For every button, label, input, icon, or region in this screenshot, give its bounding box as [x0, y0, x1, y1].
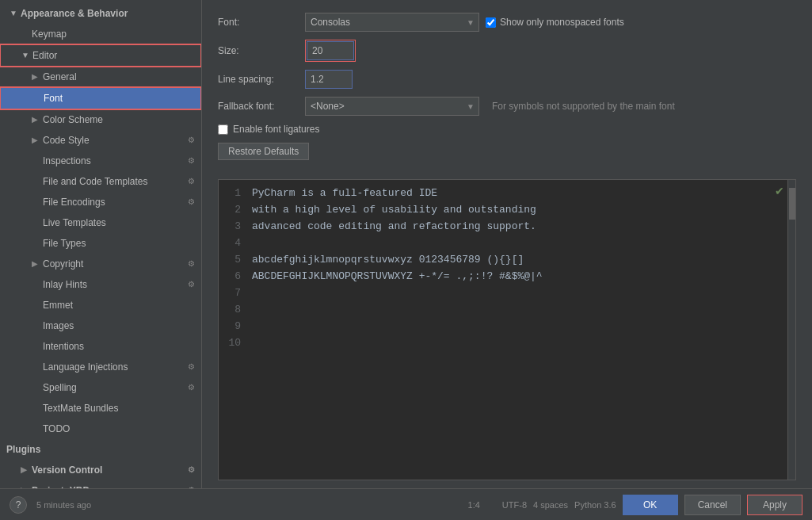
scrollbar-thumb[interactable]	[789, 188, 795, 220]
sidebar-item-images[interactable]: Images	[0, 315, 201, 336]
status-python: Python 3.6	[574, 500, 616, 510]
footer-left: ? 5 minutes ago	[10, 496, 462, 514]
dialog-footer: ? 5 minutes ago 1:4 UTF-8 4 spaces Pytho…	[0, 488, 812, 520]
sidebar-item-spelling[interactable]: Spelling ⚙	[0, 377, 201, 398]
sidebar-item-keymap[interactable]: Keymap	[0, 24, 201, 44]
sidebar-item-label: Copyright	[43, 256, 185, 272]
fallback-hint: For symbols not supported by the main fo…	[492, 101, 675, 112]
font-dropdown-wrapper[interactable]: Consolas ▼	[305, 13, 479, 32]
sidebar-item-file-code-templates[interactable]: File and Code Templates ⚙	[0, 171, 201, 192]
ok-button[interactable]: OK	[623, 495, 678, 515]
font-select[interactable]: Consolas	[305, 13, 479, 32]
help-button[interactable]: ?	[10, 496, 27, 514]
arrow-icon: ▶	[32, 256, 43, 272]
arrow-icon: ▼	[21, 48, 32, 63]
status-indent: 4 spaces	[533, 500, 568, 510]
settings-icon: ⚙	[188, 174, 195, 189]
restore-defaults-button[interactable]: Restore Defaults	[218, 143, 309, 160]
sidebar-item-label: Spelling	[43, 380, 185, 396]
sidebar-item-inspections[interactable]: Inspections ⚙	[0, 151, 201, 171]
sidebar-item-live-templates[interactable]: Live Templates	[0, 212, 201, 233]
sidebar-item-label: Images	[43, 318, 195, 334]
line-spacing-label: Line spacing:	[218, 74, 305, 85]
sidebar-item-general[interactable]: ▶ General	[0, 67, 201, 87]
ligatures-row: Enable font ligatures	[218, 124, 796, 135]
size-row: Size:	[218, 40, 796, 62]
preview-area: 1 2 3 4 5 6 7 8 9 10 PyCharm is a full-f…	[218, 179, 796, 480]
fallback-font-row: Fallback font: <None> ▼ For symbols not …	[218, 97, 796, 116]
fallback-font-select[interactable]: <None>	[305, 97, 479, 116]
line-spacing-row: Line spacing:	[218, 70, 796, 89]
fallback-dropdown-wrapper[interactable]: <None> ▼	[305, 97, 479, 116]
sidebar-item-color-scheme[interactable]: ▶ Color Scheme	[0, 109, 201, 130]
settings-icon: ⚙	[188, 153, 195, 169]
sidebar-item-label: File Encodings	[43, 194, 185, 210]
apply-button[interactable]: Apply	[747, 495, 802, 515]
main-content: Font: Consolas ▼ Show only monospaced fo…	[202, 0, 812, 488]
arrow-icon: ▶	[32, 132, 43, 148]
show-monospaced-label[interactable]: Show only monospaced fonts	[486, 17, 624, 28]
sidebar-item-language-injections[interactable]: Language Injections ⚙	[0, 357, 201, 377]
sidebar-item-todo[interactable]: TODO	[0, 419, 201, 439]
arrow-icon: ▼	[10, 6, 21, 21]
sidebar-item-editor[interactable]: ▼ Editor	[0, 44, 201, 67]
settings-dialog: ▼ Appearance & Behavior Keymap ▼ Editor …	[0, 0, 812, 520]
line-spacing-input[interactable]	[305, 70, 353, 89]
size-input[interactable]	[307, 41, 354, 60]
font-label: Font:	[218, 17, 305, 28]
fallback-font-label: Fallback font:	[218, 101, 305, 112]
dialog-body: ▼ Appearance & Behavior Keymap ▼ Editor …	[0, 0, 812, 488]
sidebar-item-label: Appearance & Behavior	[21, 6, 195, 21]
size-input-highlight	[305, 40, 356, 62]
sidebar-item-code-style[interactable]: ▶ Code Style ⚙	[0, 130, 201, 151]
sidebar-item-label: File Types	[43, 235, 195, 251]
ligatures-checkbox[interactable]	[218, 124, 228, 135]
sidebar-item-label: Project: YBD	[32, 483, 185, 488]
sidebar-item-intentions[interactable]: Intentions	[0, 336, 201, 357]
sidebar-item-copyright[interactable]: ▶ Copyright ⚙	[0, 254, 201, 274]
arrow-icon: ▶	[32, 112, 43, 128]
restore-defaults-container: Restore Defaults	[218, 143, 796, 171]
settings-icon: ⚙	[188, 132, 195, 148]
show-monospaced-checkbox[interactable]	[486, 17, 496, 28]
sidebar-item-label: Plugins	[6, 442, 195, 457]
arrow-icon: ▶	[21, 483, 32, 488]
size-label: Size:	[218, 45, 305, 56]
sidebar-item-label: TODO	[43, 421, 195, 437]
sidebar-item-file-types[interactable]: File Types	[0, 233, 201, 254]
sidebar-item-font[interactable]: Font	[0, 87, 201, 109]
sidebar-item-label: Font	[44, 90, 194, 106]
preview-scrollbar[interactable]	[787, 180, 795, 480]
settings-icon: ⚙	[188, 359, 195, 375]
sidebar-item-appearance[interactable]: ▼ Appearance & Behavior	[0, 3, 201, 24]
settings-icon: ⚙	[188, 462, 195, 478]
sidebar-item-label: Intentions	[43, 338, 195, 354]
sidebar-item-label: Code Style	[43, 132, 185, 148]
sidebar-item-plugins[interactable]: Plugins	[0, 439, 201, 460]
sidebar-item-label: Editor	[32, 48, 194, 63]
settings-icon: ⚙	[188, 277, 195, 292]
sidebar-item-version-control[interactable]: ▶ Version Control ⚙	[0, 460, 201, 480]
status-time: 5 minutes ago	[36, 500, 91, 510]
preview-line-numbers: 1 2 3 4 5 6 7 8 9 10	[219, 180, 246, 480]
sidebar-item-inlay-hints[interactable]: Inlay Hints ⚙	[0, 274, 201, 295]
settings-icon: ⚙	[188, 256, 195, 272]
sidebar: ▼ Appearance & Behavior Keymap ▼ Editor …	[0, 0, 202, 488]
sidebar-item-project-ybd[interactable]: ▶ Project: YBD ⚙	[0, 480, 201, 488]
sidebar-item-label: Language Injections	[43, 359, 185, 375]
sidebar-item-textmate-bundles[interactable]: TextMate Bundles	[0, 398, 201, 419]
sidebar-item-label: Color Scheme	[43, 112, 195, 128]
settings-icon: ⚙	[188, 380, 195, 396]
sidebar-item-file-encodings[interactable]: File Encodings ⚙	[0, 192, 201, 212]
status-position: 1:4	[468, 500, 480, 510]
arrow-icon: ▶	[32, 69, 43, 85]
sidebar-item-label: TextMate Bundles	[43, 400, 195, 416]
sidebar-item-label: Live Templates	[43, 215, 195, 231]
sidebar-item-emmet[interactable]: Emmet	[0, 295, 201, 315]
cancel-button[interactable]: Cancel	[684, 495, 741, 515]
footer-buttons: 1:4 UTF-8 4 spaces Python 3.6 OK Cancel …	[468, 495, 802, 515]
sidebar-item-label: Inspections	[43, 153, 185, 169]
fallback-control-group: <None> ▼ For symbols not supported by th…	[305, 97, 675, 116]
settings-icon: ⚙	[188, 483, 195, 488]
settings-icon: ⚙	[188, 194, 195, 210]
